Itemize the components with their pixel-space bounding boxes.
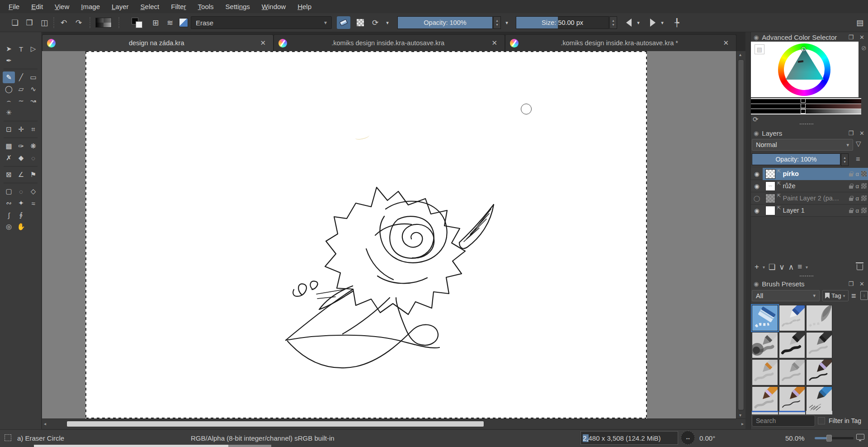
freehand-brush-tool[interactable]: ✎ — [3, 71, 15, 83]
scroll-right-icon[interactable]: ▸ — [741, 421, 744, 426]
inherit-alpha-icon[interactable] — [861, 171, 867, 176]
redo-button[interactable]: ↷ — [72, 16, 85, 29]
close-icon[interactable]: ✕ — [257, 39, 269, 47]
pan-tool[interactable]: ✋ — [15, 221, 27, 233]
menu-filter[interactable]: Filter — [165, 3, 192, 10]
horizontal-scrollbar[interactable]: ◂ ▸ — [42, 418, 745, 429]
color-selector-area[interactable]: ▤ — [751, 42, 859, 97]
assistants-tool[interactable]: ⚑ — [27, 169, 39, 181]
menu-image[interactable]: Image — [75, 3, 106, 10]
polygonal-selection-tool[interactable]: ◇ — [27, 185, 39, 197]
layer-properties-button[interactable]: ≡ — [797, 262, 802, 271]
bezier-selection-tool[interactable]: ∫ — [3, 209, 15, 221]
new-document-button[interactable]: ❏ — [9, 16, 21, 29]
eraser-soft-preset[interactable] — [806, 305, 832, 331]
menu-window[interactable]: Window — [256, 3, 292, 10]
crop-tool[interactable]: ⌗ — [27, 124, 39, 135]
fill-tool[interactable]: ◆ — [15, 152, 27, 164]
horizontal-scrollbar-thumb[interactable] — [66, 421, 484, 427]
color-history-bars[interactable] — [751, 98, 861, 114]
menu-file[interactable]: File — [3, 3, 25, 10]
chevron-down-icon[interactable]: ▾ — [806, 265, 808, 270]
blend-mode-select[interactable]: Normal ▾ — [752, 139, 853, 151]
basic-size-pen-preset[interactable] — [779, 332, 805, 358]
zoom-tool[interactable]: ◎ — [3, 221, 15, 233]
close-icon[interactable]: ✕ — [489, 39, 500, 47]
inherit-alpha-icon[interactable] — [861, 195, 867, 201]
current-brush-preset-chip[interactable] — [179, 18, 188, 27]
lock-icon[interactable] — [849, 173, 853, 176]
measure-tool[interactable]: ∠ — [15, 169, 27, 181]
sketch-pen-preset[interactable] — [752, 359, 778, 385]
preserve-alpha-toggle[interactable] — [354, 16, 367, 29]
text-tool[interactable]: T — [15, 43, 27, 55]
mirror-vertical-button[interactable] — [646, 16, 659, 29]
chevron-down-icon[interactable]: ▾ — [503, 16, 511, 29]
tab-komiks-design-inside-1[interactable]: .komiks design inside.kra-autosave.kra ✕ — [274, 34, 505, 51]
delete-layer-button[interactable] — [857, 264, 863, 270]
tab-komiks-design-inside-2[interactable]: .komiks design inside.kra-autosave.kra *… — [505, 34, 736, 51]
menu-select[interactable]: Select — [135, 3, 165, 10]
vertical-scrollbar[interactable]: ▴ ▾ — [736, 51, 745, 418]
ellipse-tool[interactable]: ◯ — [3, 83, 15, 95]
airbrush-soft-preset[interactable] — [752, 332, 778, 358]
move-layer-up-button[interactable]: ∧ — [788, 262, 794, 272]
canvas-rotation-widget[interactable]: ↔ — [681, 431, 695, 445]
search-input[interactable] — [752, 415, 815, 427]
transform-tool[interactable]: ⊡ — [3, 124, 15, 135]
polygon-tool[interactable]: ▱ — [15, 83, 27, 95]
tab-design-na-zada[interactable]: design na záda.kra ✕ — [42, 34, 274, 51]
layers-menu-icon[interactable]: ≡ — [856, 155, 860, 163]
dynamic-brush-tool[interactable]: ↝ — [27, 95, 39, 107]
gradient-chooser-chip[interactable] — [95, 18, 112, 28]
magnetic-selection-tool[interactable]: ∮ — [15, 209, 27, 221]
choose-brush-preset-button[interactable]: ≋ — [164, 16, 176, 29]
smart-patch-tool[interactable]: ✗ — [3, 152, 15, 164]
scroll-down-icon[interactable]: ▾ — [739, 413, 741, 418]
float-panel-icon[interactable]: ❐ — [847, 130, 855, 137]
mirror-horizontal-button[interactable] — [623, 16, 635, 29]
alpha-lock-icon[interactable]: α — [855, 183, 859, 190]
menu-help[interactable]: Help — [292, 3, 317, 10]
filter-layers-icon[interactable]: ▽ — [856, 140, 861, 148]
panel-drag-handle[interactable] — [800, 124, 813, 124]
layer-opacity-spinner[interactable]: ▴▾ — [841, 153, 849, 166]
lock-docker-icon[interactable]: ◉ — [754, 281, 759, 287]
workspace-chooser-button[interactable]: ▤ — [854, 16, 866, 29]
shade-pen-preset[interactable] — [779, 359, 805, 385]
alpha-lock-icon[interactable]: α — [855, 195, 859, 202]
elliptical-selection-tool[interactable]: ◌ — [15, 185, 27, 197]
close-icon[interactable]: ✕ — [858, 130, 866, 137]
scroll-left-icon[interactable]: ◂ — [44, 421, 46, 426]
menu-view[interactable]: View — [49, 3, 75, 10]
alpha-lock-icon[interactable]: α — [855, 207, 859, 214]
menu-settings[interactable]: Settings — [220, 3, 256, 10]
open-document-button[interactable]: ❒ — [23, 16, 36, 29]
freehand-path-tool[interactable]: ∼ — [15, 95, 27, 107]
inherit-alpha-icon[interactable] — [861, 208, 867, 213]
lock-icon[interactable] — [849, 210, 853, 213]
color-selector-settings-icon[interactable]: ▤ — [755, 44, 764, 54]
chevron-down-icon[interactable]: ▾ — [763, 265, 765, 270]
visibility-eye-icon[interactable]: ◯ — [751, 195, 763, 202]
menu-edit[interactable]: Edit — [25, 3, 49, 10]
ink-brush-preset[interactable] — [806, 359, 832, 385]
rectangle-tool[interactable]: ▭ — [27, 71, 39, 83]
freehand-selection-tool[interactable]: ∾ — [3, 197, 15, 209]
polyline-tool[interactable]: ∿ — [27, 83, 39, 95]
blending-mode-select[interactable]: Erase ▾ — [191, 16, 332, 29]
tag-button[interactable]: Tag ▾ — [822, 290, 849, 301]
layer-row-paint-layer-2[interactable]: ◯ ⇱ Paint Layer 2 (pa… α — [751, 192, 868, 204]
shade-bar[interactable] — [751, 109, 861, 114]
wrap-around-mode-button[interactable]: ╄ — [670, 16, 683, 29]
move-layer-down-button[interactable]: ∨ — [779, 262, 784, 272]
similar-selection-tool[interactable]: ≈ — [27, 197, 39, 209]
monitor-profile-icon[interactable] — [856, 434, 864, 440]
chevron-down-icon[interactable]: ▾ — [659, 16, 666, 29]
reference-images-tool[interactable]: ⊠ — [3, 169, 15, 181]
gradient-tool[interactable]: ▩ — [3, 140, 15, 152]
layer-row-pirko[interactable]: ◉ ⇱ pírko α — [751, 168, 868, 180]
layer-row-layer-1[interactable]: ◉ ⇱ Layer 1 α — [751, 204, 868, 217]
save-document-button[interactable]: ◫ — [38, 16, 51, 29]
undo-button[interactable]: ↶ — [57, 16, 70, 29]
